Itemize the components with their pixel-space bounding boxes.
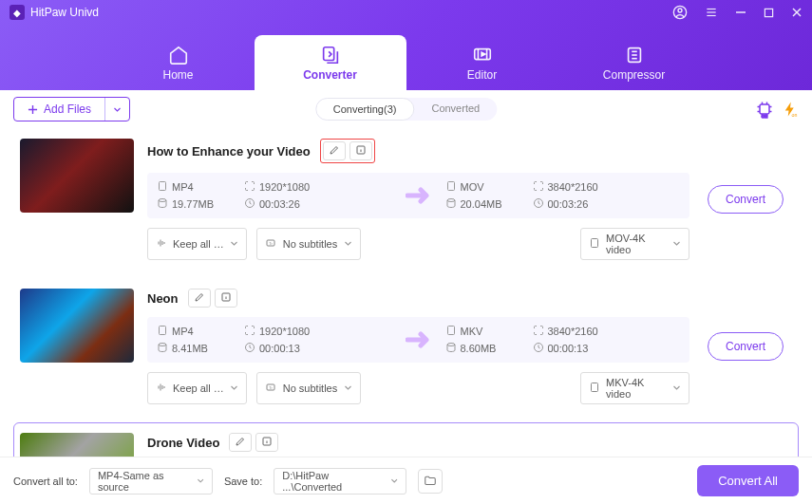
video-thumbnail[interactable]: [20, 139, 134, 213]
svg-point-53: [447, 344, 455, 346]
convert-button[interactable]: Convert: [708, 185, 784, 214]
dst-format: MKV: [445, 325, 512, 338]
tab-home-label: Home: [162, 68, 193, 82]
close-icon[interactable]: [791, 7, 803, 18]
arrow-right-icon: [400, 186, 438, 205]
open-folder-button[interactable]: [418, 469, 443, 494]
pencil-icon: [235, 436, 246, 450]
svg-point-34: [159, 199, 166, 202]
svg-rect-45: [592, 239, 598, 248]
file-info-button[interactable]: [215, 289, 237, 308]
storage-icon: [157, 342, 168, 355]
tab-editor[interactable]: Editor: [406, 35, 558, 90]
svg-text:on: on: [792, 112, 798, 118]
document-icon: [157, 180, 168, 194]
file-info-button[interactable]: [255, 433, 278, 452]
minimize-icon[interactable]: [735, 7, 746, 18]
subtitle-select[interactable]: TrNo subtitles: [256, 372, 361, 404]
src-format: MP4: [157, 180, 223, 194]
subtitle-select[interactable]: TrNo subtitles: [256, 228, 361, 260]
src-size: 19.77MB: [157, 197, 223, 211]
tab-converter[interactable]: Converter: [255, 35, 406, 90]
svg-text:on: on: [762, 113, 767, 119]
tab-converter-label: Converter: [303, 68, 357, 82]
src-duration: 00:00:13: [244, 342, 311, 355]
document-icon: [589, 237, 600, 251]
arrow-right-icon: [400, 330, 438, 349]
storage-icon: [445, 197, 457, 211]
tab-compressor-label: Compressor: [603, 68, 665, 82]
file-item[interactable]: How to Enhance your Video MP4 1920*1080 …: [13, 128, 799, 272]
audio-track-select[interactable]: Keep all audio tr...: [147, 228, 247, 260]
edit-file-button[interactable]: [323, 141, 346, 160]
expand-icon: [244, 180, 255, 194]
svg-rect-52: [447, 327, 454, 335]
storage-icon: [157, 197, 168, 211]
file-item[interactable]: Neon MP4 1920*1080 8.41MB 00:00:13: [13, 278, 799, 417]
expand-icon: [244, 325, 255, 338]
preset-value: MOV-4K video: [606, 233, 667, 255]
add-files-dropdown[interactable]: [104, 98, 129, 121]
file-title: How to Enhance your Video: [147, 144, 311, 159]
subtitle-icon: Tr: [265, 237, 276, 251]
chevron-down-icon: [230, 238, 238, 250]
audio-icon: [156, 237, 167, 251]
output-preset-select[interactable]: MOV-4K video: [580, 228, 689, 260]
speed-boost-icon[interactable]: on: [782, 100, 799, 119]
video-thumbnail[interactable]: [20, 289, 134, 363]
convert-all-format-select[interactable]: MP4-Same as source: [89, 468, 213, 495]
app-brand: ◆ HitPaw Univd: [9, 5, 99, 20]
chevron-down-icon: [344, 238, 352, 250]
svg-text:Tr: Tr: [269, 241, 273, 246]
clock-icon: [244, 342, 255, 355]
pencil-icon: [329, 144, 340, 159]
subtab-converted[interactable]: Converted: [414, 98, 497, 121]
folder-icon: [424, 475, 437, 488]
hardware-accel-icon[interactable]: on: [755, 100, 774, 119]
audio-value: Keep all audio tr...: [173, 383, 224, 394]
convert-all-button[interactable]: Convert All: [697, 465, 799, 496]
account-icon[interactable]: [672, 5, 688, 20]
clock-icon: [533, 197, 544, 211]
src-size: 8.41MB: [157, 342, 223, 355]
audio-track-select[interactable]: Keep all audio tr...: [147, 372, 247, 404]
dst-duration: 00:00:13: [533, 342, 599, 355]
dst-duration: 00:03:26: [533, 197, 599, 211]
convert-all-to-label: Convert all to:: [13, 476, 78, 487]
edit-file-button[interactable]: [188, 289, 211, 308]
tab-compressor[interactable]: Compressor: [558, 35, 710, 90]
dst-size: 8.60MB: [445, 342, 512, 355]
save-to-label: Save to:: [224, 476, 262, 487]
document-icon: [157, 325, 168, 338]
chevron-down-icon: [390, 476, 398, 485]
file-title: Neon: [147, 291, 179, 306]
subtitle-icon: Tr: [265, 382, 276, 395]
maximize-icon[interactable]: [764, 8, 774, 18]
chevron-down-icon: [672, 383, 681, 394]
save-path-select[interactable]: D:\HitPaw ...\Converted: [274, 468, 406, 495]
dst-format: MOV: [445, 180, 512, 194]
tab-home[interactable]: Home: [103, 35, 255, 90]
svg-point-1: [678, 9, 682, 12]
file-info-button[interactable]: [349, 141, 372, 160]
src-resolution: 1920*1080: [244, 325, 311, 338]
edit-file-button[interactable]: [229, 433, 252, 452]
output-preset-select[interactable]: MKV-4K video: [580, 372, 689, 404]
audio-icon: [156, 382, 167, 395]
chevron-down-icon: [344, 383, 352, 394]
plus-icon: [28, 104, 38, 115]
info-icon: [355, 144, 367, 159]
dst-resolution: 3840*2160: [533, 325, 599, 338]
src-duration: 00:03:26: [244, 197, 311, 211]
file-title: Drone Video: [147, 436, 219, 450]
subtab-converting[interactable]: Converting(3): [315, 98, 415, 121]
expand-icon: [533, 325, 544, 338]
svg-point-50: [159, 344, 166, 346]
svg-point-37: [447, 199, 455, 202]
menu-icon[interactable]: [705, 6, 718, 19]
svg-rect-36: [447, 182, 454, 191]
subtitle-value: No subtitles: [283, 383, 337, 394]
convert-button[interactable]: Convert: [708, 332, 784, 361]
add-files-button[interactable]: Add Files: [13, 97, 130, 121]
svg-rect-6: [765, 9, 772, 16]
